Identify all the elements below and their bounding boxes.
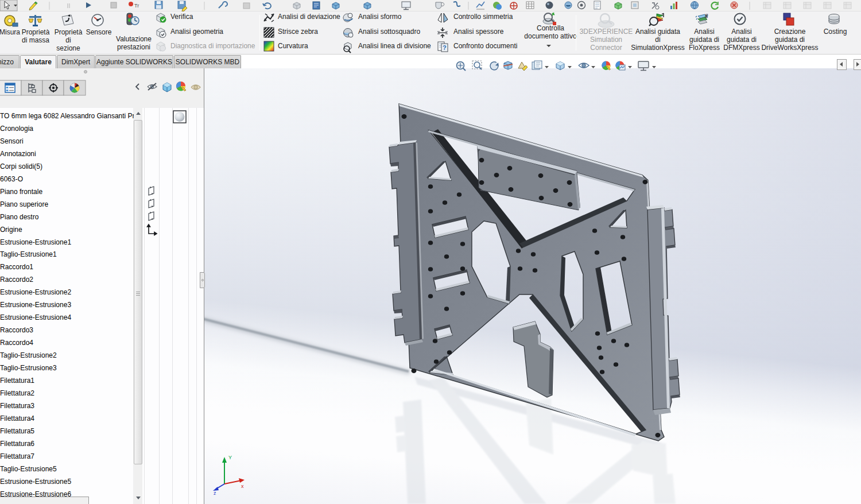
svg-text:?: ? bbox=[443, 44, 447, 51]
svg-text:z: z bbox=[214, 490, 216, 496]
svg-text:#: # bbox=[705, 13, 708, 20]
svg-text:Tr: Tr bbox=[134, 3, 139, 9]
svg-text:Y: Y bbox=[228, 455, 232, 460]
svg-text:x: x bbox=[241, 483, 244, 489]
